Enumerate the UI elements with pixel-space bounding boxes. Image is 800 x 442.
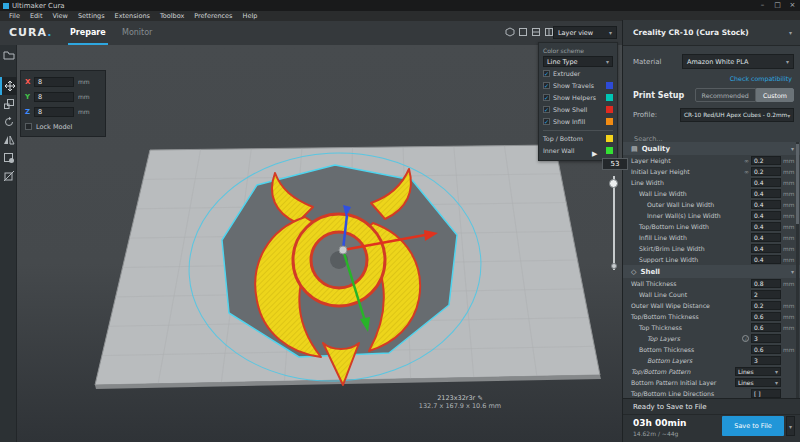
setting-value-field[interactable]: 2 [751,290,781,299]
custom-mode-button[interactable]: Custom [756,88,794,102]
setting-row[interactable]: Outer Wall Wipe Distance 0.2 mm [623,300,800,311]
setting-row[interactable]: Top/Bottom Thickness 0.6 mm [623,311,800,322]
setting-row[interactable]: Bottom Layers 3 [623,355,800,366]
setting-value-field[interactable]: 0.4 [751,200,781,209]
layer-slider-handle-bottom[interactable] [611,263,617,269]
material-dropdown[interactable]: Amazon White PLA ▾ [682,54,794,69]
open-file-button[interactable] [0,45,17,63]
setting-row[interactable]: Inner Wall(s) Line Width 0.4 mm [623,210,800,221]
rename-pencil-icon[interactable]: ✎ [477,394,482,402]
chevron-down-icon: ▾ [775,368,778,375]
setting-value-field[interactable]: 0.4 [751,178,781,187]
setting-value-field[interactable]: 0.8 [751,279,781,288]
setting-row[interactable]: Top/Bottom Line Width 0.4 mm [623,221,800,232]
menu-help[interactable]: Help [238,11,263,21]
setting-row[interactable]: Skirt/Brim Line Width 0.4 mm [623,243,800,254]
setting-value-field[interactable]: 3 [751,334,781,343]
support-blocker-button[interactable] [0,167,17,185]
minimize-button[interactable]: – [755,0,770,11]
setting-row[interactable]: Wall Line Count 2 [623,289,800,300]
setting-row[interactable]: Top Thickness 0.6 mm [623,322,800,333]
setting-row[interactable]: Outer Wall Line Width 0.4 mm [623,199,800,210]
view-preset-top-icon[interactable] [531,27,541,37]
menu-settings[interactable]: Settings [73,11,110,21]
show-shell-checkbox[interactable]: ✓ [543,106,550,113]
setting-row[interactable]: Infill Line Width 0.4 mm [623,232,800,243]
show-travels-checkbox[interactable]: ✓ [543,82,550,89]
layer-slider-handle-top[interactable] [609,179,618,188]
info-icon[interactable]: i [742,335,749,342]
setting-value-field[interactable]: 0.6 [751,312,781,321]
profile-dropdown[interactable]: CR-10 Red/UH Apex Cubes - 0.2mm ▾ [680,108,794,122]
show-helpers-checkbox[interactable]: ✓ [543,94,550,101]
setting-row[interactable]: Top/Bottom Pattern Lines ▾ [623,366,800,377]
chevron-down-icon: ▾ [789,423,792,430]
show-infill-checkbox[interactable]: ✓ [543,118,550,125]
y-position-field[interactable]: 8 [34,92,74,102]
category-shell[interactable]: ◇ Shell ▾ [623,265,800,278]
setting-value-field[interactable]: 0.6 [751,345,781,354]
move-tool-button[interactable] [0,77,17,95]
setting-row[interactable]: Line Width 0.4 mm [623,177,800,188]
setting-row[interactable]: Support Line Width 0.4 mm [623,254,800,265]
setting-row[interactable]: Wall Thickness 0.8 mm [623,278,800,289]
per-model-settings-button[interactable] [0,149,17,167]
tab-prepare[interactable]: Prepare [70,28,106,37]
recommended-mode-button[interactable]: Recommended [695,88,756,102]
setting-select[interactable]: Lines ▾ [735,367,781,376]
setting-row[interactable]: Bottom Thickness 0.6 mm [623,344,800,355]
lock-model-checkbox[interactable] [25,123,32,130]
category-quality[interactable]: ▤ Quality ▾ [623,142,800,155]
menu-toolbox[interactable]: Toolbox [155,11,189,21]
setting-value-field[interactable]: 0.4 [751,211,781,220]
model-name: 2123x32r3r [437,394,475,402]
menu-extensions[interactable]: Extensions [110,11,155,21]
current-layer-value[interactable]: 53 [602,158,628,170]
setting-value-field[interactable]: 3 [751,356,781,365]
setting-value-field[interactable]: 0.4 [751,255,781,264]
output-device-dropdown[interactable]: ▾ [786,416,795,436]
menu-preferences[interactable]: Preferences [189,11,237,21]
view-mode-dropdown[interactable]: Layer view ▾ [553,26,617,39]
check-compatibility-link[interactable]: Check compatibility [730,75,792,82]
rotate-tool-button[interactable] [0,113,17,131]
menu-edit[interactable]: Edit [25,11,48,21]
show-infill-row: ✓ Show Infill [543,116,613,127]
setting-value-field[interactable]: 0.4 [751,233,781,242]
tab-monitor[interactable]: Monitor [122,28,152,37]
save-to-file-button[interactable]: Save to File [722,416,784,436]
setting-value-field[interactable]: 0.4 [751,189,781,198]
setting-select[interactable]: Lines ▾ [735,378,781,387]
menu-view[interactable]: View [47,11,72,21]
setting-row[interactable]: Bottom Pattern Initial Layer Lines ▾ [623,377,800,388]
view-preset-3d-icon[interactable] [505,27,515,37]
setting-row[interactable]: Initial Layer Height ∞ 0.2 mm [623,166,800,177]
menu-file[interactable]: File [4,11,25,21]
view-preset-front-icon[interactable] [518,27,528,37]
setting-value-field[interactable]: 0.2 [751,301,781,310]
z-position-field[interactable]: 8 [34,107,74,117]
setting-value-field[interactable]: [ ] [751,389,781,398]
setting-value-field[interactable]: 0.4 [751,244,781,253]
maximize-button[interactable]: □ [770,0,785,11]
setting-row[interactable]: Layer Height ∞ 0.2 mm [623,155,800,166]
close-button[interactable]: × [785,0,800,11]
extruder-checkbox[interactable]: ✓ [543,70,550,77]
layer-slider-track[interactable] [613,176,615,270]
setting-value-field[interactable]: 0.2 [751,156,781,165]
setting-value-field[interactable]: 0.6 [751,323,781,332]
x-position-field[interactable]: 8 [34,77,74,87]
setting-value-field[interactable]: 0.4 [751,222,781,231]
settings-scrollbar[interactable] [796,142,799,398]
status-text: Ready to Save to File [623,399,800,415]
mirror-tool-button[interactable] [0,131,17,149]
machine-selector[interactable]: Creality CR-10 (Cura Stock) ▾ [623,20,800,46]
color-scheme-dropdown[interactable]: Line Type ▾ [543,56,613,67]
layer-play-button[interactable]: ▶ [592,150,597,158]
setting-row[interactable]: Top/Bottom Line Directions [ ] [623,388,800,398]
scale-tool-button[interactable] [0,95,17,113]
setting-row[interactable]: Top Layers i 3 [623,333,800,344]
setting-value-field[interactable]: 0.2 [751,167,781,176]
viewport-3d[interactable] [17,45,622,442]
setting-row[interactable]: Wall Line Width 0.4 mm [623,188,800,199]
